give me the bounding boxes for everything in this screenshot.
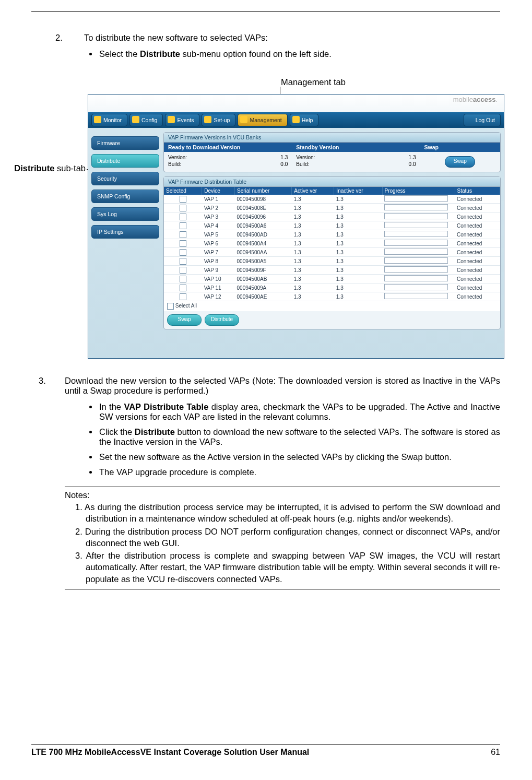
cell-status: Connected: [455, 230, 500, 239]
step-2-bullet: Select the Distribute sub-menu option fo…: [98, 49, 500, 59]
table-row: VAP 500094500AD1.31.3Connected: [164, 230, 500, 239]
events-icon: [168, 116, 175, 123]
tab-config[interactable]: Config: [129, 114, 163, 126]
table-row: VAP 1200094500AE1.31.3Connected: [164, 292, 500, 301]
cell-device: VAP 12: [202, 292, 235, 301]
tab-help[interactable]: Help: [290, 114, 319, 126]
distribution-table: SelectedDeviceSerial numberActive verIna…: [164, 187, 500, 301]
cell-serial: 00094500AD: [235, 230, 292, 239]
logout-button[interactable]: Log Out: [464, 114, 501, 126]
tab-monitor[interactable]: Monitor: [91, 114, 127, 126]
sidebar-item-distribute[interactable]: Distribute: [91, 154, 159, 168]
swap-button-bottom[interactable]: Swap: [167, 314, 202, 326]
swap-button[interactable]: Swap: [445, 156, 475, 168]
cell-active-ver: 1.3: [292, 221, 334, 230]
panel-title-distribution: VAP Firmware Distribution Table: [164, 177, 500, 187]
row-checkbox[interactable]: [180, 258, 186, 265]
row-checkbox[interactable]: [180, 222, 186, 229]
cell-serial: 000945009A: [235, 283, 292, 292]
table-row: VAP 300094500961.31.3Connected: [164, 212, 500, 221]
cell-serial: 0009450096: [235, 212, 292, 221]
row-checkbox[interactable]: [180, 267, 186, 274]
table-row: VAP 600094500A41.31.3Connected: [164, 239, 500, 248]
note-item: 1. As during the distribution process se…: [65, 501, 500, 525]
progress-bar: [384, 231, 448, 237]
row-checkbox[interactable]: [180, 276, 186, 282]
footer-page-number: 61: [491, 748, 500, 757]
cell-serial: 00094500AB: [235, 275, 292, 283]
dist-th: Selected: [164, 187, 202, 195]
cell-serial: 000945009F: [235, 266, 292, 275]
cell-device: VAP 4: [202, 221, 235, 230]
panel-title-versions: VAP Firmware Versions in VCU Banks: [164, 133, 500, 143]
callout-distribute-subtab: Distribute sub-tab: [2, 163, 86, 174]
cell-active-ver: 1.3: [292, 266, 334, 275]
cell-device: VAP 2: [202, 204, 235, 212]
progress-bar: [384, 257, 448, 264]
sidebar: Firmware Distribute Security SNMP Config…: [91, 136, 159, 243]
cell-status: Connected: [455, 257, 500, 266]
row-checkbox[interactable]: [180, 214, 186, 220]
cell-serial: 00094500AA: [235, 248, 292, 257]
dist-th: Status: [455, 187, 500, 195]
cell-status: Connected: [455, 204, 500, 212]
footer-title: LTE 700 MHz MobileAccessVE Instant Cover…: [31, 748, 309, 757]
step-3-number: 3.: [31, 376, 65, 396]
tab-setup[interactable]: Set-up: [202, 114, 235, 126]
cell-device: VAP 7: [202, 248, 235, 257]
dist-th: Inactive ver: [334, 187, 382, 195]
dist-th: Serial number: [235, 187, 292, 195]
cell-inactive-ver: 1.3: [334, 195, 382, 204]
col-ready-version: Ready to Download Version: [164, 143, 292, 152]
tab-management[interactable]: Management: [238, 114, 287, 126]
cell-inactive-ver: 1.3: [334, 221, 382, 230]
sidebar-item-ip-settings[interactable]: IP Settings: [91, 225, 159, 239]
sidebar-item-snmp-config[interactable]: SNMP Config: [91, 190, 159, 203]
row-checkbox[interactable]: [180, 293, 186, 300]
row-checkbox[interactable]: [180, 196, 186, 203]
cell-device: VAP 11: [202, 283, 235, 292]
step-3-bullet: Click the Distribute button to download …: [98, 427, 500, 447]
cell-inactive-ver: 1.3: [334, 292, 382, 301]
cell-active-ver: 1.3: [292, 283, 334, 292]
progress-bar: [384, 284, 448, 290]
row-checkbox[interactable]: [180, 249, 186, 256]
distribute-button[interactable]: Distribute: [205, 314, 239, 326]
progress-bar: [384, 249, 448, 255]
progress-bar: [384, 293, 448, 299]
progress-bar: [384, 240, 448, 246]
cell-serial: 00094500A4: [235, 239, 292, 248]
cell-serial: 00094500A6: [235, 221, 292, 230]
cell-status: Connected: [455, 275, 500, 283]
tab-events[interactable]: Events: [165, 114, 199, 126]
sidebar-item-firmware[interactable]: Firmware: [91, 136, 159, 150]
cell-active-ver: 1.3: [292, 204, 334, 212]
step-2-number: 2.: [31, 33, 84, 43]
cell-status: Connected: [455, 195, 500, 204]
table-row: VAP 700094500AA1.31.3Connected: [164, 248, 500, 257]
row-checkbox[interactable]: [180, 205, 186, 211]
dist-th: Device: [202, 187, 235, 195]
panel-vap-distribution-table: VAP Firmware Distribution Table Selected…: [163, 176, 501, 329]
cell-serial: 000945008E: [235, 204, 292, 212]
select-all-checkbox[interactable]: [167, 303, 174, 310]
cell-active-ver: 1.3: [292, 257, 334, 266]
cell-status: Connected: [455, 212, 500, 221]
select-all-row[interactable]: Select All: [164, 301, 500, 311]
monitor-icon: [94, 116, 101, 123]
sidebar-item-sys-log[interactable]: Sys Log: [91, 207, 159, 221]
page-footer: LTE 700 MHz MobileAccessVE Instant Cover…: [31, 744, 500, 757]
note-item: 3. After the distribution process is com…: [65, 550, 500, 585]
sidebar-item-security[interactable]: Security: [91, 172, 159, 185]
row-checkbox[interactable]: [180, 231, 186, 238]
row-checkbox[interactable]: [180, 285, 186, 291]
cell-inactive-ver: 1.3: [334, 275, 382, 283]
cell-active-ver: 1.3: [292, 195, 334, 204]
help-icon: [292, 116, 300, 123]
cell-device: VAP 6: [202, 239, 235, 248]
cell-inactive-ver: 1.3: [334, 248, 382, 257]
row-checkbox[interactable]: [180, 240, 186, 247]
cell-status: Connected: [455, 248, 500, 257]
cell-device: VAP 9: [202, 266, 235, 275]
cell-inactive-ver: 1.3: [334, 239, 382, 248]
